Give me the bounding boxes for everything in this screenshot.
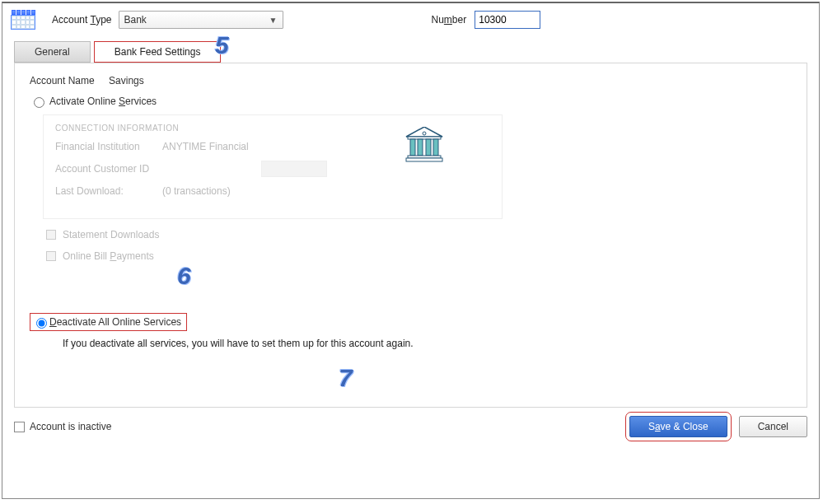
activate-services-radio[interactable] (34, 97, 44, 108)
statement-downloads-checkbox (46, 230, 56, 240)
online-bill-payments-label: Online Bill Payments (63, 250, 154, 262)
statement-downloads-label: Statement Downloads (63, 229, 159, 240)
account-inactive-checkbox[interactable] (14, 422, 25, 432)
customer-id-row: Account Customer ID (55, 161, 490, 177)
tab-general[interactable]: General (14, 41, 91, 63)
tab-bank-feed-settings[interactable]: Bank Feed Settings (94, 41, 222, 63)
activate-services-label: Activate Online Services (49, 96, 157, 107)
statement-downloads-row: Statement Downloads (46, 229, 792, 240)
account-type-icon (11, 10, 35, 30)
svg-rect-6 (433, 139, 438, 156)
edit-account-window: Account Type Bank ▼ Number General Bank … (2, 2, 820, 499)
last-download-value: (0 transactions) (162, 185, 231, 197)
inactive-checkbox-row: Account is inactive (14, 421, 111, 432)
account-inactive-label: Account is inactive (30, 421, 111, 432)
cancel-button[interactable]: Cancel (739, 416, 807, 437)
financial-institution-label: Financial Institution (55, 141, 162, 152)
account-name-row: Account Name Savings (30, 75, 792, 86)
online-bill-payments-row: Online Bill Payments (46, 250, 792, 262)
svg-point-1 (423, 132, 426, 135)
svg-rect-3 (410, 139, 415, 156)
deactivate-warning: If you deactivate all services, you will… (63, 338, 792, 349)
financial-institution-value: ANYTIME Financial (162, 141, 249, 152)
account-name-label: Account Name (30, 75, 95, 86)
disabled-options: Statement Downloads Online Bill Payments (46, 229, 792, 262)
chevron-down-icon: ▼ (269, 16, 278, 25)
account-type-label: Account Type (52, 14, 112, 26)
header-row: Account Type Bank ▼ Number (2, 3, 819, 38)
online-bill-payments-checkbox (46, 251, 56, 261)
last-download-row: Last Download: (0 transactions) (55, 185, 490, 197)
number-label: Number (432, 14, 467, 26)
svg-rect-5 (426, 139, 431, 156)
bank-feed-panel: Account Name Savings Activate Online Ser… (14, 63, 807, 408)
account-type-value: Bank (124, 14, 147, 26)
connection-info-section: CONNECTION INFORMATION Financial Institu… (43, 114, 503, 219)
deactivate-services-radio[interactable] (36, 318, 47, 329)
footer-row: Account is inactive Save & Close Cancel (2, 408, 819, 446)
annotation-5: 5 (215, 31, 229, 59)
deactivate-services-box: Deactivate All Online Services (30, 313, 187, 331)
number-input[interactable] (475, 11, 540, 29)
deactivate-services-label: Deactivate All Online Services (49, 316, 181, 328)
account-type-dropdown[interactable]: Bank ▼ (119, 11, 283, 29)
bank-building-icon (404, 127, 444, 163)
account-name-value: Savings (109, 75, 144, 86)
customer-id-input (261, 161, 327, 177)
svg-rect-8 (406, 158, 442, 161)
annotation-7: 7 (339, 364, 353, 392)
last-download-label: Last Download: (55, 185, 162, 197)
tabs: General Bank Feed Settings (14, 41, 819, 63)
svg-rect-4 (418, 139, 423, 156)
annotation-6: 6 (177, 262, 191, 290)
customer-id-label: Account Customer ID (55, 163, 162, 175)
save-close-button[interactable]: Save & Close (629, 416, 727, 437)
activate-services-radio-row: Activate Online Services (30, 95, 792, 108)
